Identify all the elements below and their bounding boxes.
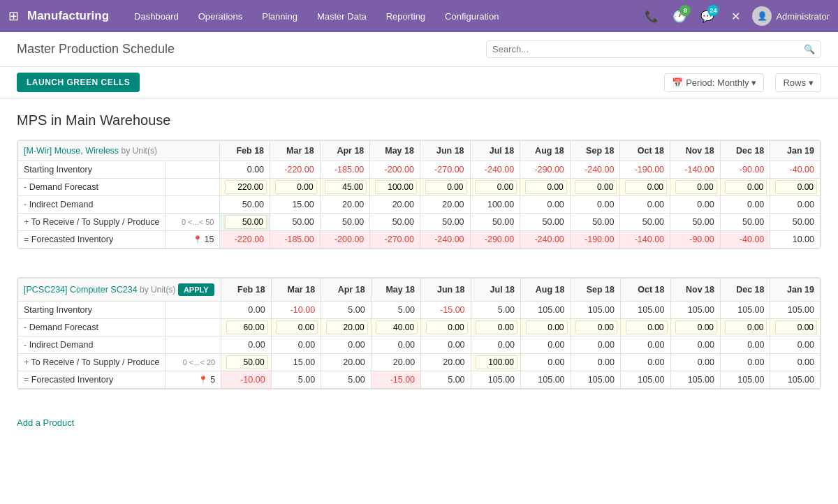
grid-icon[interactable]: ⊞ <box>8 8 19 24</box>
demand-forecast-cell[interactable] <box>370 179 420 196</box>
demand-forecast-input[interactable] <box>376 320 418 334</box>
demand-forecast-cell[interactable] <box>470 179 520 196</box>
forecasted-inventory-cell: 5.00 <box>321 371 371 389</box>
demand-forecast-cell[interactable] <box>220 179 270 196</box>
forecasted-inventory-row: = Forecasted Inventory 📍15 -220.00-185.0… <box>18 231 821 249</box>
demand-forecast-input[interactable] <box>275 180 317 194</box>
rows-dropdown[interactable]: Rows ▾ <box>775 73 821 92</box>
nav-operations[interactable]: Operations <box>190 7 251 26</box>
nav-dashboard[interactable]: Dashboard <box>126 7 187 26</box>
demand-forecast-input[interactable] <box>775 180 817 194</box>
demand-forecast-cell[interactable] <box>770 179 821 196</box>
add-product-link[interactable]: Add a Product <box>17 412 74 433</box>
receive-supply-cell: 20.00 <box>421 354 471 371</box>
indirect-demand-cell: 0.00 <box>371 336 420 354</box>
demand-forecast-input[interactable] <box>675 180 717 194</box>
demand-forecast-cell[interactable] <box>720 179 770 196</box>
demand-forecast-input[interactable] <box>725 320 767 334</box>
demand-forecast-cell[interactable] <box>371 319 420 336</box>
indirect-demand-cell: 0.00 <box>770 196 821 214</box>
product-link[interactable]: [PCSC234] Computer SC234 <box>24 285 138 295</box>
demand-forecast-input[interactable] <box>575 320 617 334</box>
demand-forecast-input[interactable] <box>675 320 717 334</box>
demand-forecast-cell[interactable] <box>670 179 721 196</box>
demand-forecast-cell[interactable] <box>420 179 470 196</box>
indirect-demand-cell: 0.00 <box>271 336 321 354</box>
receive-supply-input[interactable] <box>225 215 267 229</box>
demand-forecast-input[interactable] <box>225 180 267 194</box>
period-dropdown[interactable]: 📅 Period: Monthly ▾ <box>664 73 764 92</box>
demand-forecast-cell[interactable] <box>221 319 271 336</box>
nav-masterdata[interactable]: Master Data <box>309 7 375 26</box>
demand-forecast-cell[interactable] <box>271 319 321 336</box>
minus-icon2: - <box>24 200 27 209</box>
demand-forecast-cell[interactable] <box>621 319 670 336</box>
phone-icon-btn[interactable]: 📞 <box>640 5 663 27</box>
demand-forecast-input[interactable] <box>625 180 667 194</box>
demand-forecast-cell[interactable] <box>571 319 620 336</box>
product-name-cell: [M-Wir] Mouse, Wireless by Unit(s) <box>18 141 220 161</box>
chat-icon-btn[interactable]: 💬 24 <box>696 5 719 27</box>
indirect-demand-cell: 0.00 <box>471 336 520 354</box>
demand-forecast-cell[interactable] <box>320 179 370 196</box>
close-icon-btn[interactable]: ✕ <box>724 5 747 27</box>
demand-forecast-input[interactable] <box>626 320 668 334</box>
receive-supply-cell: 50.00 <box>470 214 520 231</box>
search-container: 🔍 <box>486 40 821 58</box>
equal-icon: = <box>24 235 29 244</box>
demand-forecast-cell[interactable] <box>421 319 471 336</box>
starting-inventory-cell: -240.00 <box>570 161 620 179</box>
demand-forecast-input[interactable] <box>375 180 417 194</box>
search-input[interactable] <box>492 44 804 54</box>
forecast-pin: 📍15 <box>166 231 220 249</box>
demand-forecast-input[interactable] <box>575 180 617 194</box>
forecasted-inventory-cell: -240.00 <box>420 231 470 249</box>
receive-supply-cell: 20.00 <box>371 354 420 371</box>
product-month-header: Oct 18 <box>621 279 670 302</box>
demand-forecast-cell[interactable] <box>720 319 770 336</box>
demand-forecast-input[interactable] <box>425 180 467 194</box>
receive-supply-input[interactable] <box>476 355 517 369</box>
receive-supply-cell[interactable] <box>220 214 270 231</box>
receive-supply-input[interactable] <box>226 355 268 369</box>
nav-reporting[interactable]: Reporting <box>378 7 434 26</box>
demand-forecast-input[interactable] <box>725 180 767 194</box>
clock-icon-btn[interactable]: 🕐 8 <box>668 5 691 27</box>
launch-green-cells-button[interactable]: LAUNCH GREEN CELLS <box>17 73 140 92</box>
demand-forecast-cell[interactable] <box>521 319 571 336</box>
plus-icon: + <box>24 217 29 227</box>
demand-forecast-cell[interactable] <box>270 179 321 196</box>
demand-forecast-input[interactable] <box>775 320 817 334</box>
product-month-header: Apr 18 <box>320 141 370 161</box>
demand-forecast-cell[interactable] <box>770 319 821 336</box>
demand-forecast-input[interactable] <box>276 320 318 334</box>
receive-supply-cell: 50.00 <box>770 214 821 231</box>
receive-supply-cell[interactable] <box>471 354 520 371</box>
demand-forecast-input[interactable] <box>476 320 517 334</box>
minus-icon2: - <box>24 340 27 350</box>
demand-forecast-input[interactable] <box>226 320 268 334</box>
demand-forecast-input[interactable] <box>326 320 368 334</box>
demand-range <box>166 179 220 196</box>
demand-forecast-cell[interactable] <box>520 179 571 196</box>
demand-forecast-cell[interactable] <box>620 179 670 196</box>
demand-forecast-input[interactable] <box>325 180 367 194</box>
nav-configuration[interactable]: Configuration <box>436 7 507 26</box>
apply-button-PCSC234[interactable]: APPLY <box>178 283 214 296</box>
demand-forecast-input[interactable] <box>475 180 517 194</box>
product-link[interactable]: [M-Wir] Mouse, Wireless <box>24 146 119 156</box>
demand-forecast-cell[interactable] <box>570 179 620 196</box>
demand-forecast-cell[interactable] <box>471 319 520 336</box>
demand-forecast-cell[interactable] <box>670 319 720 336</box>
nav-planning[interactable]: Planning <box>253 7 306 26</box>
indirect-demand-row: - Indirect Demand 50.0015.0020.0020.0020… <box>18 196 821 214</box>
demand-forecast-cell[interactable] <box>321 319 371 336</box>
minus-icon: - <box>24 182 27 192</box>
user-menu[interactable]: 👤 Administrator <box>752 6 830 26</box>
demand-forecast-input[interactable] <box>426 320 468 334</box>
demand-forecast-input[interactable] <box>525 180 567 194</box>
receive-supply-cell[interactable] <box>221 354 271 371</box>
receive-supply-cell: 50.00 <box>720 214 770 231</box>
demand-forecast-input[interactable] <box>526 320 568 334</box>
forecasted-inventory-cell: -90.00 <box>670 231 721 249</box>
